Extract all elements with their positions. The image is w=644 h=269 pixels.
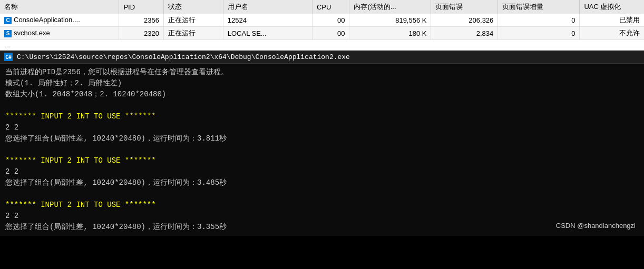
console-line-input-2: 2 2: [5, 166, 639, 177]
console-line-3: 数组大小(1. 2048*2048；2. 10240*20480): [5, 89, 639, 100]
process-icon: C: [4, 17, 12, 24]
console-titlebar: C# C:\Users\12524\source\repos\ConsoleAp…: [0, 51, 644, 64]
pageerr-cell: 2,834: [431, 27, 498, 40]
console-line-result-2: 您选择了组合(局部性差, 10240*20480)，运行时间为：3.485秒: [5, 177, 639, 188]
pageerrinc-cell: 0: [498, 27, 580, 40]
col-header-username[interactable]: 用户名: [223, 0, 312, 14]
username-cell: LOCAL SE...: [223, 27, 312, 40]
console-line-2: 模式(1. 局部性好；2. 局部性差): [5, 78, 639, 89]
pageerr-cell: 206,326: [431, 14, 498, 27]
col-header-pageerrinc[interactable]: 页面错误增量: [498, 0, 580, 14]
console-body[interactable]: 当前进程的PID是2356，您可以根据进程号在任务管理器查看进程。 模式(1. …: [0, 64, 644, 236]
console-line-input-prompt-1: ******* INPUT 2 INT TO USE *******: [5, 111, 639, 122]
pid-cell: 2356: [119, 14, 164, 27]
col-header-status[interactable]: 状态: [163, 0, 223, 14]
task-manager-panel: 名称 PID 状态 用户名 CPU 内存(活动的... 页面错误 页面错误增量 …: [0, 0, 644, 51]
console-app-icon: C#: [4, 53, 13, 61]
uac-cell: 不允许: [580, 27, 644, 40]
console-line-input-prompt-3: ******* INPUT 2 INT TO USE *******: [5, 200, 639, 211]
process-table: 名称 PID 状态 用户名 CPU 内存(活动的... 页面错误 页面错误增量 …: [0, 0, 644, 51]
uac-cell: 已禁用: [580, 14, 644, 27]
col-header-memory[interactable]: 内存(活动的...: [349, 0, 431, 14]
col-header-name[interactable]: 名称: [0, 0, 119, 14]
console-line-empty2: [5, 144, 639, 155]
console-window: C# C:\Users\12524\source\repos\ConsoleAp…: [0, 51, 644, 236]
process-name-cell: Ssvchost.exe: [0, 27, 119, 40]
col-header-pageerr[interactable]: 页面错误: [431, 0, 498, 14]
status-cell: 正在运行: [163, 14, 223, 27]
process-name-cell: CConsoleApplication....: [0, 14, 119, 27]
console-line-result-3: 您选择了组合(局部性差, 10240*20480)，运行时间为：3.355秒: [5, 222, 639, 233]
cpu-cell: 00: [312, 14, 349, 27]
console-line-input-3: 2 2: [5, 211, 639, 222]
table-row[interactable]: CConsoleApplication.... 2356 正在运行 12524 …: [0, 14, 644, 27]
table-row[interactable]: Ssvchost.exe 2320 正在运行 LOCAL SE... 00 18…: [0, 27, 644, 40]
console-line-result-1: 您选择了组合(局部性差, 10240*20480)，运行时间为：3.811秒: [5, 133, 639, 144]
memory-cell: 819,556 K: [349, 14, 431, 27]
pageerrinc-cell: 0: [498, 14, 580, 27]
console-line-empty3: [5, 188, 639, 200]
csdn-watermark: CSDN @shandianchengzi: [556, 221, 636, 231]
console-line-input-prompt-2: ******* INPUT 2 INT TO USE *******: [5, 155, 639, 166]
pid-cell: 2320: [119, 27, 164, 40]
cpu-cell: 00: [312, 27, 349, 40]
status-cell: 正在运行: [163, 27, 223, 40]
console-line-1: 当前进程的PID是2356，您可以根据进程号在任务管理器查看进程。: [5, 67, 639, 78]
console-title: C:\Users\12524\source\repos\ConsoleAppli…: [17, 53, 350, 61]
console-line-empty1: [5, 100, 639, 111]
col-header-pid[interactable]: PID: [119, 0, 164, 14]
table-row-partial: ...: [0, 40, 644, 51]
memory-cell: 180 K: [349, 27, 431, 40]
col-header-cpu[interactable]: CPU: [312, 0, 349, 14]
process-icon: S: [4, 30, 12, 37]
console-line-input-1: 2 2: [5, 122, 639, 133]
col-header-uac[interactable]: UAC 虚拟化: [580, 0, 644, 14]
username-cell: 12524: [223, 14, 312, 27]
